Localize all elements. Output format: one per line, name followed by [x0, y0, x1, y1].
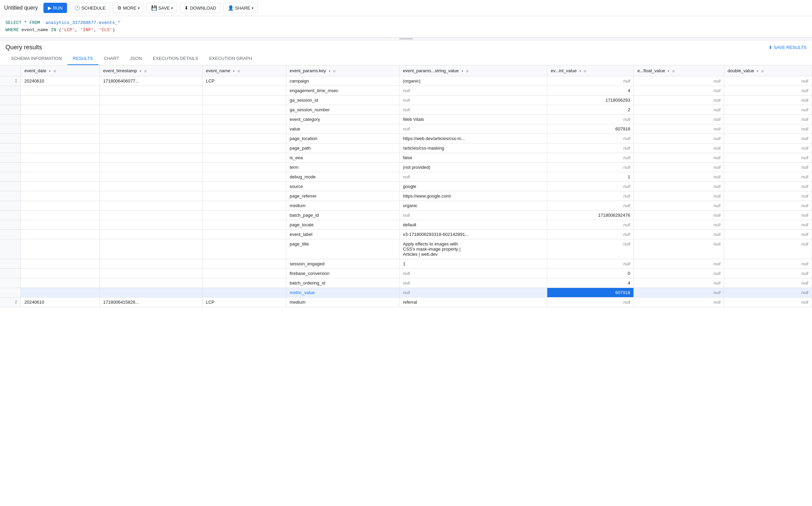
table-row: 1202406101718006406077...LCPcampaign(org… [0, 76, 812, 86]
table-row: ga_session_idnull1718006293nullnull [0, 95, 812, 105]
chevron-down-icon: ▾ [252, 6, 253, 10]
save-results-icon: ⬇ [769, 45, 772, 50]
col-event-date[interactable]: event_date ▾ ⊘ [21, 65, 100, 76]
row-number-header [0, 65, 21, 76]
sort-icon: ▾ [668, 69, 669, 73]
table-row: is_eeafalsenullnullnull [0, 153, 812, 162]
table-row: page_locationhttps://web.dev/articles/cs… [0, 134, 812, 143]
download-icon: ⬇ [184, 5, 188, 11]
table-row: 2202406101718006415826...LCPmediumreferr… [0, 297, 812, 307]
table-row: page_titleApply effects to images with C… [0, 239, 812, 259]
results-table-container[interactable]: event_date ▾ ⊘ event_timestamp ▾ ⊘ event… [0, 65, 812, 492]
share-button[interactable]: 👤 SHARE ▾ [223, 3, 258, 13]
filter-icon: ⊘ [672, 69, 675, 73]
resize-bar [399, 38, 413, 39]
filter-icon: ⊘ [237, 69, 240, 73]
save-icon: 💾 [151, 5, 157, 11]
filter-icon: ⊘ [761, 69, 764, 73]
sort-icon: ▾ [579, 69, 581, 73]
sort-icon: ▾ [461, 69, 463, 73]
results-title: Query results [5, 44, 42, 51]
col-double-value[interactable]: double_value ▾ ⊘ [724, 65, 812, 76]
table-row: mediumorganicnullnullnull [0, 201, 812, 210]
sql-editor[interactable]: SELECT * FROM `analytics_337268677.event… [0, 16, 812, 38]
save-button[interactable]: 💾 SAVE ▾ [147, 3, 178, 13]
tab-chart[interactable]: CHART [99, 52, 125, 65]
table-row: ga_session_numbernull2nullnull [0, 105, 812, 114]
table-row: term(not provided)nullnullnull [0, 162, 812, 172]
results-section: Query results ⬇ SAVE RESULTS SCHEMA INFO… [0, 40, 812, 492]
table-row: event_labelv3-1718006293318-602142891...… [0, 229, 812, 239]
tab-execution-details[interactable]: EXECUTION DETAILS [147, 52, 204, 65]
col-int-value[interactable]: ev...int_value ▾ ⊘ [547, 65, 634, 76]
run-button[interactable]: ▶ RUN [43, 3, 67, 13]
settings-icon: ⚙ [117, 5, 122, 11]
chevron-down-icon: ▾ [138, 6, 140, 10]
table-row: page_path/articles/css-maskingnullnullnu… [0, 143, 812, 153]
download-button[interactable]: ⬇ DOWNLOAD [180, 3, 221, 13]
tab-json[interactable]: JSON [125, 52, 147, 65]
table-row: firebase_conversionnull0nullnull [0, 268, 812, 278]
sort-icon: ▾ [140, 69, 141, 73]
filter-icon: ⊘ [584, 69, 586, 73]
filter-icon: ⊘ [333, 69, 336, 73]
tab-schema[interactable]: SCHEMA INFORMATION [5, 52, 67, 65]
sort-icon: ▾ [329, 69, 330, 73]
save-results-button[interactable]: ⬇ SAVE RESULTS [769, 45, 807, 50]
filter-icon: ⊘ [466, 69, 469, 73]
table-row: sourcegooglenullnullnull [0, 181, 812, 191]
filter-icon: ⊘ [53, 69, 56, 73]
table-body: 1202406101718006406077...LCPcampaign(org… [0, 76, 812, 307]
col-event-params-string-value[interactable]: event_params...string_value ▾ ⊘ [399, 65, 547, 76]
tab-execution-graph[interactable]: EXECUTION GRAPH [204, 52, 258, 65]
more-button[interactable]: ⚙ MORE ▾ [113, 3, 144, 13]
sql-line-1: SELECT * FROM `analytics_337268677.event… [5, 20, 807, 27]
schedule-button[interactable]: 🕐 SCHEDULE [70, 3, 110, 13]
table-row: page_referrerhttps://www.google.com/null… [0, 191, 812, 201]
top-bar: Untitled query ▶ RUN 🕐 SCHEDULE ⚙ MORE ▾… [0, 0, 812, 16]
table-row: metric_valuenull607918nullnull [0, 288, 812, 297]
table-header-row: event_date ▾ ⊘ event_timestamp ▾ ⊘ event… [0, 65, 812, 76]
resize-handle[interactable] [0, 38, 812, 40]
tab-results[interactable]: RESULTS [67, 52, 99, 65]
page-title: Untitled query [4, 5, 38, 11]
table-row: valuenull607918nullnull [0, 124, 812, 134]
table-row: page_localedefaultnullnullnull [0, 220, 812, 229]
filter-icon: ⊘ [144, 69, 147, 73]
table-row: batch_ordering_idnull4nullnull [0, 278, 812, 288]
run-icon: ▶ [48, 5, 52, 11]
table-row: engagement_time_msecnull4nullnull [0, 86, 812, 95]
sql-line-2: WHERE event_name IN ('LCP', 'INP', 'CLS'… [5, 27, 807, 34]
schedule-icon: 🕐 [74, 5, 80, 11]
table-row: session_engaged1nullnullnull [0, 259, 812, 268]
chevron-down-icon: ▾ [171, 6, 173, 10]
col-event-params-key[interactable]: event_params.key ▾ ⊘ [286, 65, 399, 76]
table-row: batch_page_idnull1718006292476nullnull [0, 210, 812, 220]
sort-icon: ▾ [233, 69, 235, 73]
col-float-value[interactable]: e...float_value ▾ ⊘ [634, 65, 724, 76]
table-row: event_categoryWeb Vitalsnullnullnull [0, 114, 812, 124]
tabs-bar: SCHEMA INFORMATION RESULTS CHART JSON EX… [0, 52, 812, 65]
results-table: event_date ▾ ⊘ event_timestamp ▾ ⊘ event… [0, 65, 812, 307]
col-event-name[interactable]: event_name ▾ ⊘ [202, 65, 286, 76]
table-row: debug_modenull1nullnull [0, 172, 812, 181]
col-event-timestamp[interactable]: event_timestamp ▾ ⊘ [100, 65, 202, 76]
sort-icon: ▾ [757, 69, 758, 73]
share-icon: 👤 [228, 5, 234, 11]
results-header: Query results ⬇ SAVE RESULTS [0, 40, 812, 51]
sort-icon: ▾ [49, 69, 51, 73]
